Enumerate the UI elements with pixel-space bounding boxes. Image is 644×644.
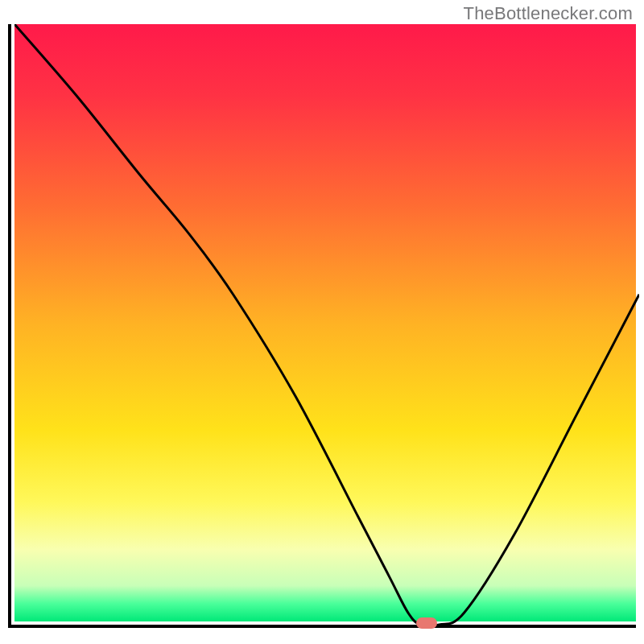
bottleneck-chart	[8, 24, 636, 636]
optimal-marker	[416, 617, 437, 629]
plot-area	[8, 24, 636, 628]
curve-path	[14, 24, 639, 625]
watermark-text: TheBottlenecker.com	[464, 3, 633, 24]
bottleneck-curve	[14, 24, 639, 625]
